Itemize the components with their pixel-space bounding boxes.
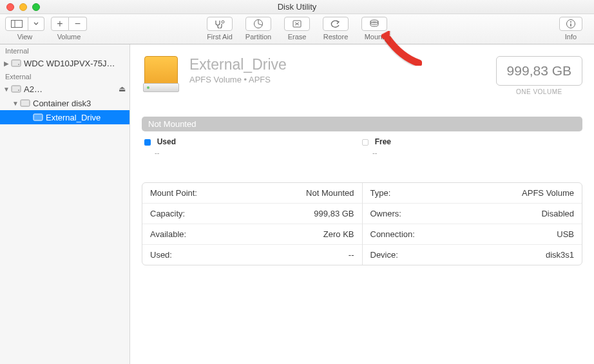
content-pane: External_Drive APFS Volume • APFS 999,83… xyxy=(130,44,594,364)
sidebar-item-container[interactable]: ▼ Container disk3 xyxy=(0,96,129,110)
svg-rect-17 xyxy=(34,114,43,120)
svg-point-2 xyxy=(222,21,224,23)
view-label: View xyxy=(17,33,33,41)
sidebar-item-volume-selected[interactable]: External_Drive xyxy=(0,110,129,124)
hdd-icon xyxy=(19,99,31,108)
disclosure-triangle-icon[interactable]: ▼ xyxy=(3,86,10,93)
detail-value: Zero KB xyxy=(323,229,354,239)
mount-icon xyxy=(369,19,379,28)
volume-icon xyxy=(32,113,44,122)
sidebar-heading-internal: Internal xyxy=(0,44,129,56)
used-label: Used xyxy=(157,137,176,146)
info-label: Info xyxy=(565,33,577,41)
free-label: Free xyxy=(375,137,391,146)
external-drive-icon xyxy=(142,56,180,97)
sidebar-item-label: Container disk3 xyxy=(33,99,126,108)
svg-point-10 xyxy=(570,21,571,23)
erase-button[interactable] xyxy=(284,17,310,31)
toolbar: View + − Volume First Aid Partition Eras… xyxy=(0,14,594,44)
volume-details-table: Mount Point:Not MountedCapacity:999,83 G… xyxy=(142,182,582,265)
detail-row: Type:APFS Volume xyxy=(363,183,582,204)
detail-value: -- xyxy=(349,250,354,260)
sidebar-item-label: WDC WD10JPVX-75J… xyxy=(24,59,126,68)
partition-label: Partition xyxy=(245,33,271,41)
detail-row: Capacity:999,83 GB xyxy=(142,204,362,224)
info-group: Info xyxy=(559,17,582,41)
volume-size-subtitle: ONE VOLUME xyxy=(496,88,582,95)
detail-value: Not Mounted xyxy=(306,188,354,198)
detail-key: Mount Point: xyxy=(150,188,197,198)
sidebar-item-internal-disk[interactable]: ▶ WDC WD10JPVX-75J… xyxy=(0,56,129,70)
used-swatch xyxy=(144,139,151,146)
detail-key: Capacity: xyxy=(150,209,185,218)
partition-button[interactable] xyxy=(245,17,271,31)
svg-rect-0 xyxy=(12,21,23,28)
svg-point-13 xyxy=(18,64,19,65)
sidebar-item-label: A2… xyxy=(24,84,119,94)
detail-key: Connection: xyxy=(370,229,415,239)
mount-label: Mount xyxy=(365,33,385,41)
first-aid-button[interactable] xyxy=(207,17,233,31)
free-swatch xyxy=(362,139,369,146)
volume-name: External_Drive xyxy=(189,56,287,73)
volume-size: 999,83 GB xyxy=(496,56,582,86)
info-button[interactable] xyxy=(559,17,582,31)
disclosure-triangle-icon[interactable]: ▶ xyxy=(3,60,10,67)
info-icon xyxy=(566,19,576,29)
volume-subtitle: APFS Volume • APFS xyxy=(189,75,287,84)
svg-rect-12 xyxy=(12,60,21,66)
detail-row: Used:-- xyxy=(142,245,362,265)
svg-point-15 xyxy=(18,90,19,91)
detail-value: USB xyxy=(557,229,574,239)
volume-label: Volume xyxy=(57,33,81,41)
usage-legend: Used -- Free -- xyxy=(142,131,582,157)
chevron-down-icon xyxy=(34,22,39,26)
titlebar: Disk Utility xyxy=(0,0,594,14)
erase-label: Erase xyxy=(288,33,307,41)
svg-rect-16 xyxy=(21,100,30,106)
status-bar-not-mounted: Not Mounted xyxy=(142,117,582,131)
detail-value: APFS Volume xyxy=(522,188,574,198)
detail-row: Owners:Disabled xyxy=(363,204,582,224)
used-value: -- xyxy=(155,149,362,157)
add-volume-button[interactable]: + xyxy=(51,17,69,31)
remove-volume-button[interactable]: − xyxy=(69,17,87,31)
view-sidebar-button[interactable] xyxy=(5,17,28,31)
detail-value: disk3s1 xyxy=(546,250,574,260)
detail-value: 999,83 GB xyxy=(314,209,354,218)
restore-button[interactable] xyxy=(323,17,349,31)
sidebar-heading-external: External xyxy=(0,70,129,82)
pie-icon xyxy=(253,19,263,29)
detail-key: Owners: xyxy=(370,209,401,218)
detail-key: Device: xyxy=(370,250,398,260)
mount-button[interactable] xyxy=(361,17,387,31)
window-title: Disk Utility xyxy=(0,2,594,12)
free-value: -- xyxy=(372,149,580,157)
detail-row: Device:disk3s1 xyxy=(363,245,582,265)
sidebar-item-external-disk[interactable]: ▼ A2… ⏏ xyxy=(0,82,129,96)
restore-label: Restore xyxy=(323,33,349,41)
first-aid-label: First Aid xyxy=(207,33,233,41)
view-group: View xyxy=(5,17,44,41)
view-dropdown-button[interactable] xyxy=(28,17,44,31)
stethoscope-icon xyxy=(214,19,225,28)
detail-row: Mount Point:Not Mounted xyxy=(142,183,362,204)
detail-key: Type: xyxy=(370,188,391,198)
sidebar-item-label: External_Drive xyxy=(46,113,126,122)
hdd-icon xyxy=(10,84,22,93)
erase-icon xyxy=(292,19,302,28)
detail-key: Used: xyxy=(150,250,172,260)
detail-key: Available: xyxy=(150,229,186,239)
restore-icon xyxy=(331,19,341,28)
volume-group: + − Volume xyxy=(51,17,87,41)
center-tools: First Aid Partition Erase Restore Mount xyxy=(203,17,391,41)
hdd-icon xyxy=(10,59,22,68)
detail-row: Connection:USB xyxy=(363,224,582,245)
eject-icon[interactable]: ⏏ xyxy=(119,84,126,93)
detail-row: Available:Zero KB xyxy=(142,224,362,245)
detail-value: Disabled xyxy=(541,209,574,218)
svg-rect-14 xyxy=(12,86,21,92)
sidebar-layout-icon xyxy=(11,20,23,28)
disclosure-triangle-icon[interactable]: ▼ xyxy=(12,100,19,107)
sidebar: Internal ▶ WDC WD10JPVX-75J… External ▼ … xyxy=(0,44,130,364)
